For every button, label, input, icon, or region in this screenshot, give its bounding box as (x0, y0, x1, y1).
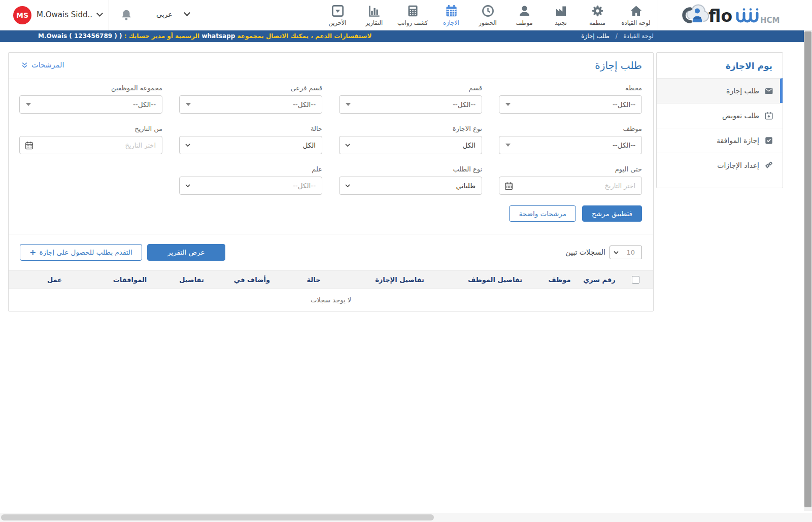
chevron-down-icon (344, 141, 352, 149)
horizontal-scrollbar-thumb[interactable] (1, 514, 434, 520)
avatar[interactable]: MS (13, 6, 31, 24)
nav-item-leave[interactable]: الاجازة (435, 3, 467, 26)
nav-item-dashboard[interactable]: لوحة القيادة (618, 3, 654, 26)
records-label: السجلات تبين (565, 248, 605, 256)
station-select[interactable]: --الكل-- (499, 95, 642, 114)
envelope-icon (764, 86, 773, 95)
to-date-input[interactable] (499, 177, 642, 195)
sidebar-item-leave-setup[interactable]: إعداد الإجازات (657, 153, 783, 178)
col-employee: موظف (538, 270, 581, 289)
sidebar-item-label: طلب تعويض (722, 112, 759, 120)
language-selector[interactable]: عربي (156, 10, 189, 18)
request-type-select[interactable]: طلباتي (339, 177, 482, 195)
filter-department: قسم --الكل-- (339, 84, 482, 114)
table-header-row: رقم سري موظف تفاصيل الموظف تفاصيل الإجاز… (9, 270, 653, 289)
home-icon (629, 4, 643, 18)
nav-item-organization[interactable]: منظمة (582, 3, 613, 26)
filters-toggle[interactable]: المرشحات (21, 61, 64, 69)
nav-item-recruitment[interactable]: تجنيد (545, 3, 577, 26)
status-select[interactable]: الكل (179, 136, 322, 154)
sidebar-item-label: إعداد الإجازات (717, 161, 759, 169)
nav-item-payroll[interactable]: كشف رواتب (395, 3, 430, 26)
col-action: عمل (9, 270, 100, 289)
col-added-on: وأضاف في (224, 270, 280, 289)
sidebar-item-leave-approval[interactable]: إجازة الموافقة (657, 128, 783, 153)
nav-item-attendance[interactable]: الحضور (472, 3, 503, 26)
calendar-icon (445, 4, 458, 18)
chevron-down-icon (344, 182, 352, 190)
industry-icon (554, 4, 568, 18)
flag-select[interactable]: --الكل-- (179, 177, 322, 195)
leave-requests-table: رقم سري موظف تفاصيل الموظف تفاصيل الإجاز… (9, 270, 653, 289)
nav-item-employee[interactable]: موظف (509, 3, 540, 26)
main-nav: الأخرين التقارير كشف رواتب (322, 3, 654, 26)
bell-icon[interactable] (120, 8, 133, 22)
vertical-scrollbar-thumb[interactable] (804, 31, 811, 507)
dropdown-arrow-icon (505, 144, 511, 147)
sidebar-item-label: إجازة الموافقة (717, 136, 759, 145)
filter-status: حالة الكل (179, 125, 322, 154)
nav-item-reports[interactable]: التقارير (358, 3, 390, 26)
double-chevron-down-icon (21, 61, 28, 69)
check-square-icon (764, 136, 773, 145)
records-count-select[interactable]: 10 (610, 246, 642, 259)
filter-request-type: نوع الطلب طلباتي (339, 165, 482, 195)
select-all-checkbox[interactable] (632, 276, 639, 284)
calendar-plus-icon (764, 111, 773, 120)
user-name: M.Owais Sidd.. (37, 10, 92, 19)
filter-from-date: من التاريخ (19, 125, 162, 154)
breadcrumb-dashboard[interactable]: لوحة القيادة (624, 32, 654, 40)
clear-filters-button[interactable]: مرشحات واضحة (509, 205, 576, 222)
breadcrumb: لوحة القيادة / طلب إجازة (581, 32, 654, 40)
user-icon (518, 4, 531, 18)
chevron-down-icon (96, 10, 103, 17)
sidebar-item-leave-request[interactable]: طلب إجازة (657, 78, 783, 103)
col-leave-details: تفاصيل الإجازة (347, 270, 452, 289)
caret-square-down-icon (331, 4, 345, 18)
nav-item-others[interactable]: الأخرين (322, 3, 353, 26)
from-date-input[interactable] (19, 136, 162, 154)
col-employee-details: تفاصيل الموظف (452, 270, 538, 289)
subdepartment-select[interactable]: --الكل-- (179, 95, 322, 114)
col-approvals: الموافقات (100, 270, 159, 289)
whatsapp-word: whatsapp (201, 32, 235, 40)
leave-request-panel: طلب إجازة المرشحات محطة --الكل-- قسم --ا… (8, 52, 654, 311)
chevron-down-icon (184, 10, 190, 16)
apply-leave-button[interactable]: التقدم بطلب للحصول على إجازة + (20, 244, 142, 261)
apply-filter-button[interactable]: فتطبيق مرشح (582, 205, 642, 222)
filter-leave-type: نوع الاجازة الكل (339, 125, 482, 154)
leave-sidebar: يوم الاجازة طلب إجازة طلب تعويض إجازة ال… (656, 52, 783, 188)
dropdown-arrow-icon (186, 103, 191, 106)
support-message: لاستفسارات الدعم ، يمكنك الاتصال بمجموعة… (38, 32, 371, 40)
sidebar-item-label: طلب إجازة (726, 87, 759, 95)
sidebar-item-compensation-request[interactable]: طلب تعويض (657, 103, 783, 128)
gear-icon (591, 4, 604, 18)
filter-subdepartment: قسم فرعى --الكل-- (179, 84, 322, 114)
dropdown-arrow-icon (26, 103, 31, 106)
page-title: طلب إجازة (595, 59, 642, 72)
empty-state-message: لا يوجد سجلات (9, 289, 653, 311)
chevron-down-icon (613, 249, 620, 256)
filter-employee: موظف --الكل-- (499, 125, 642, 154)
employee-select[interactable]: --الكل-- (499, 136, 642, 154)
filters-section: محطة --الكل-- قسم --الكل-- قسم فرعى --ال… (9, 79, 653, 234)
filter-flag: علم --الكل-- (179, 165, 322, 195)
language-label: عربي (156, 10, 173, 18)
leave-type-select[interactable]: الكل (339, 136, 482, 154)
dropdown-arrow-icon (346, 103, 351, 106)
vertical-scrollbar-track[interactable] (804, 30, 812, 511)
notice-bar: لاستفسارات الدعم ، يمكنك الاتصال بمجموعة… (0, 30, 804, 42)
gears-icon (764, 161, 773, 170)
user-menu[interactable]: M.Owais Sidd.. (37, 10, 102, 19)
employee-group-select[interactable]: --الكل-- (19, 95, 162, 114)
plus-icon: + (29, 248, 36, 257)
department-select[interactable]: --الكل-- (339, 95, 482, 114)
horizontal-scrollbar-track[interactable] (0, 513, 812, 522)
dropdown-arrow-icon (505, 103, 511, 106)
clock-icon (481, 4, 495, 18)
sidebar-title: يوم الاجازة (657, 53, 783, 78)
col-status: حالة (280, 270, 347, 289)
calculator-icon (406, 4, 420, 18)
svg-text:flo: flo (708, 6, 732, 26)
show-report-button[interactable]: عرض التقرير (147, 244, 225, 261)
